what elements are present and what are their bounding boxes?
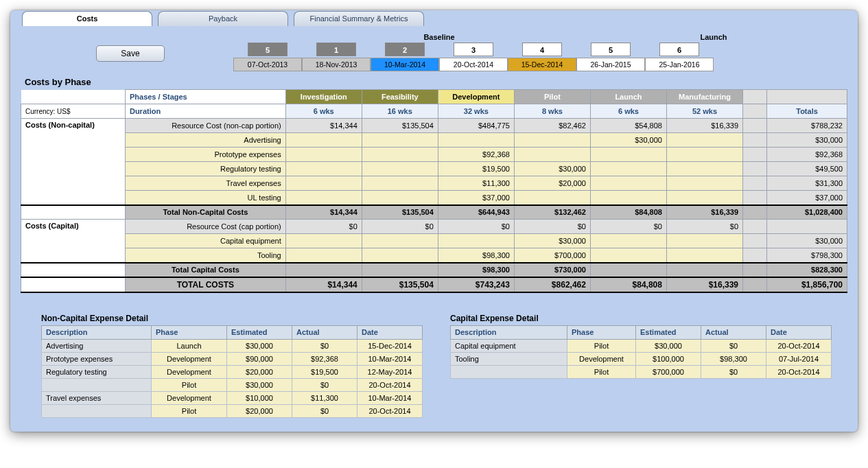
col-date: Date (357, 325, 423, 339)
row-regulatory: Regulatory testing (125, 162, 285, 176)
gate-date-1: 18-Nov-2013 (302, 58, 371, 71)
title-cap-detail: Capital Expense Detail (450, 314, 832, 323)
table-row: AdvertisingLaunch$30,000$015-Dec-2014 (42, 339, 423, 352)
col-desc: Description (42, 325, 152, 339)
duration-label: Duration (125, 104, 285, 119)
col-development: Development (438, 90, 514, 104)
col-feasibility: Feasibility (362, 90, 438, 104)
dur-development: 32 wks (438, 104, 514, 119)
gate-header: Baseline Launch 5 1 2 3 4 5 6 07-Oct-201… (233, 33, 847, 71)
row-advertising: Advertising (125, 133, 285, 148)
gate-3: 3 (454, 43, 493, 56)
panel-costs: Costs Payback Financial Summary & Metric… (10, 10, 858, 432)
table-costs-by-phase: Phases / Stages Investigation Feasibilit… (21, 89, 847, 293)
gate-date-5: 26-Jan-2015 (576, 58, 645, 71)
dur-feasibility: 16 wks (362, 104, 438, 119)
row-prototype: Prototype expenses (125, 148, 285, 162)
gate-6: 6 (659, 43, 699, 56)
row-total-noncap: Total Non-Capital Costs (125, 205, 285, 220)
dur-pilot: 8 wks (514, 104, 590, 119)
currency-label: Currency: US$ (21, 104, 126, 119)
col-phase: Phase (152, 325, 227, 339)
row-total-cap: Total Capital Costs (125, 263, 285, 277)
table-row: Pilot$700,000$020-Oct-2014 (451, 365, 832, 378)
tabstrip: Costs Payback Financial Summary & Metric… (10, 10, 858, 26)
table-row: Regulatory testingDevelopment$20,000$19,… (42, 365, 423, 378)
table-row: Pilot$20,000$020-Oct-2014 (42, 404, 423, 417)
title-noncap-detail: Non-Capital Expense Detail (41, 314, 423, 323)
table-row: Travel expensesDevelopment$10,000$11,300… (42, 391, 423, 404)
table-row: Pilot$30,000$020-Oct-2014 (42, 378, 423, 391)
col-act: Actual (292, 325, 357, 339)
gate-date-6: 25-Jan-2016 (645, 58, 714, 71)
table-row: Prototype expensesDevelopment$90,000$92,… (42, 352, 423, 365)
row-capital-equipment: Capital equipment (125, 234, 285, 248)
dur-launch: 6 wks (590, 104, 666, 119)
gate-5b: 5 (591, 43, 631, 56)
tab-payback[interactable]: Payback (158, 11, 288, 26)
rowgroup-noncapital: Costs (Non-capital) (21, 119, 126, 205)
launch-label: Launch (645, 33, 782, 41)
row-travel: Travel expenses (125, 176, 285, 191)
row-tooling: Tooling (125, 248, 285, 263)
col-pilot: Pilot (514, 90, 590, 104)
gate-date-2: 10-Mar-2014 (371, 58, 439, 71)
row-resource-noncap: Resource Cost (non-cap portion) (125, 119, 285, 133)
row-total-costs: TOTAL COSTS (125, 277, 285, 292)
gate-2: 2 (385, 43, 425, 56)
gate-5a: 5 (248, 43, 288, 56)
table-row: Capital equipmentPilot$30,000$020-Oct-20… (451, 339, 832, 352)
rowgroup-capital: Costs (Capital) (21, 220, 126, 263)
col-launch: Launch (590, 90, 666, 104)
table-row: ToolingDevelopment$100,000$98,30007-Jul-… (451, 352, 832, 365)
table-noncap-detail: Description Phase Estimated Actual Date … (41, 325, 423, 418)
tab-financial-summary[interactable]: Financial Summary & Metrics (294, 11, 424, 26)
baseline-label: Baseline (371, 33, 508, 41)
row-resource-cap: Resource Cost (cap portion) (125, 220, 285, 234)
gate-date-4: 15-Dec-2014 (508, 58, 576, 71)
tab-costs[interactable]: Costs (22, 11, 152, 26)
totals-label: Totals (767, 104, 847, 119)
dur-investigation: 6 wks (285, 104, 362, 119)
phases-stages-label: Phases / Stages (125, 90, 285, 104)
row-ultesting: UL testing (125, 191, 285, 205)
dur-manufacturing: 52 wks (666, 104, 742, 119)
save-button[interactable]: Save (96, 45, 165, 62)
col-est: Estimated (227, 325, 292, 339)
gate-date-3: 20-Oct-2014 (439, 58, 508, 71)
gate-date-0: 07-Oct-2013 (233, 58, 302, 71)
table-cap-detail: Description Phase Estimated Actual Date … (450, 325, 832, 379)
col-manufacturing: Manufacturing (666, 90, 742, 104)
section-costs-by-phase: Costs by Phase (25, 77, 847, 87)
gate-1: 1 (316, 43, 356, 56)
gate-4: 4 (522, 43, 562, 56)
col-investigation: Investigation (285, 90, 362, 104)
